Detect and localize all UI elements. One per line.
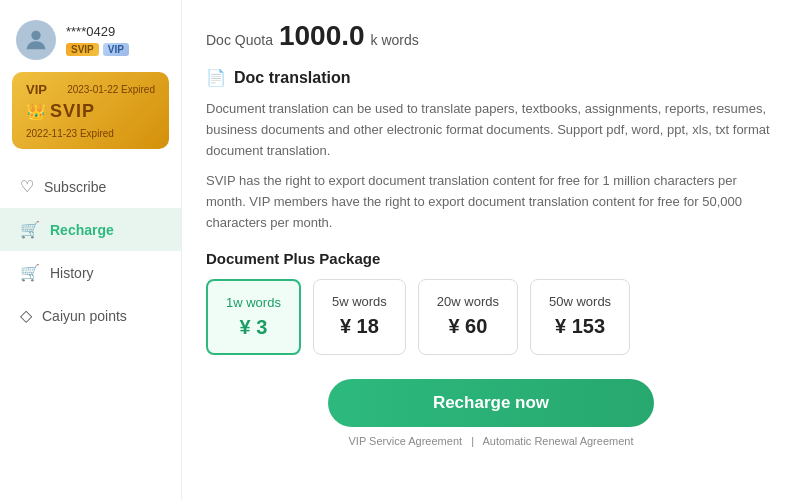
sidebar-item-caiyun[interactable]: ◇ Caiyun points xyxy=(0,294,181,337)
main-content: Doc Quota 1000.0 k words 📄 Doc translati… xyxy=(182,0,800,500)
doc-description: Document translation can be used to tran… xyxy=(206,99,776,161)
vip-service-agreement-link[interactable]: VIP Service Agreement xyxy=(349,435,463,447)
caiyun-label: Caiyun points xyxy=(42,308,127,324)
section-title-text: Doc translation xyxy=(234,69,350,87)
package-price-1: ¥ 18 xyxy=(332,315,387,338)
svip-text: SVIP xyxy=(50,101,95,122)
package-words-2: 20w words xyxy=(437,294,499,309)
sidebar-item-history[interactable]: 🛒 History xyxy=(0,251,181,294)
vip-card: VIP 2023-01-22 Expired 👑 SVIP 2022-11-23… xyxy=(12,72,169,149)
quota-unit: k words xyxy=(371,32,419,48)
nav-items: ♡ Subscribe 🛒 Recharge 🛒 History ◇ Caiyu… xyxy=(0,165,181,337)
vip-card-header: VIP 2023-01-22 Expired xyxy=(26,82,155,97)
history-icon: 🛒 xyxy=(20,263,40,282)
quota-label: Doc Quota xyxy=(206,32,273,48)
recharge-label: Recharge xyxy=(50,222,114,238)
package-price-2: ¥ 60 xyxy=(437,315,499,338)
user-info: ****0429 SVIP VIP xyxy=(66,24,129,56)
package-words-1: 5w words xyxy=(332,294,387,309)
user-avatar-icon xyxy=(22,26,50,54)
package-cards: 1w words¥ 35w words¥ 1820w words¥ 6050w … xyxy=(206,279,776,355)
automatic-renewal-agreement-link[interactable]: Automatic Renewal Agreement xyxy=(482,435,633,447)
subscribe-icon: ♡ xyxy=(20,177,34,196)
crown-icon: 👑 xyxy=(26,102,46,121)
caiyun-icon: ◇ xyxy=(20,306,32,325)
subscribe-label: Subscribe xyxy=(44,179,106,195)
recharge-icon: 🛒 xyxy=(20,220,40,239)
package-card-1[interactable]: 5w words¥ 18 xyxy=(313,279,406,355)
svg-point-0 xyxy=(31,31,40,40)
history-label: History xyxy=(50,265,94,281)
avatar xyxy=(16,20,56,60)
package-card-3[interactable]: 50w words¥ 153 xyxy=(530,279,630,355)
svip-note: SVIP has the right to export document tr… xyxy=(206,171,776,233)
package-price-0: ¥ 3 xyxy=(226,316,281,339)
svip-badge: SVIP xyxy=(66,43,99,56)
quota-row: Doc Quota 1000.0 k words xyxy=(206,20,776,52)
sidebar: ****0429 SVIP VIP VIP 2023-01-22 Expired… xyxy=(0,0,182,500)
footer-links: VIP Service Agreement | Automatic Renewa… xyxy=(206,435,776,447)
package-title: Document Plus Package xyxy=(206,250,776,267)
package-card-0[interactable]: 1w words¥ 3 xyxy=(206,279,301,355)
package-card-2[interactable]: 20w words¥ 60 xyxy=(418,279,518,355)
user-header: ****0429 SVIP VIP xyxy=(0,12,181,72)
recharge-now-button[interactable]: Recharge now xyxy=(328,379,654,427)
vip-label: VIP xyxy=(26,82,47,97)
sidebar-item-recharge[interactable]: 🛒 Recharge xyxy=(0,208,181,251)
vip-badge: VIP xyxy=(103,43,129,56)
svip-expiry: 2022-11-23 Expired xyxy=(26,128,155,139)
package-words-0: 1w words xyxy=(226,295,281,310)
package-price-3: ¥ 153 xyxy=(549,315,611,338)
user-name: ****0429 xyxy=(66,24,129,39)
svip-row: 👑 SVIP xyxy=(26,101,155,122)
doc-icon: 📄 xyxy=(206,68,226,87)
vip-expiry-top: 2023-01-22 Expired xyxy=(67,84,155,95)
badges: SVIP VIP xyxy=(66,43,129,56)
sidebar-item-subscribe[interactable]: ♡ Subscribe xyxy=(0,165,181,208)
quota-value: 1000.0 xyxy=(279,20,365,52)
divider: | xyxy=(471,435,474,447)
section-title: 📄 Doc translation xyxy=(206,68,776,87)
package-words-3: 50w words xyxy=(549,294,611,309)
